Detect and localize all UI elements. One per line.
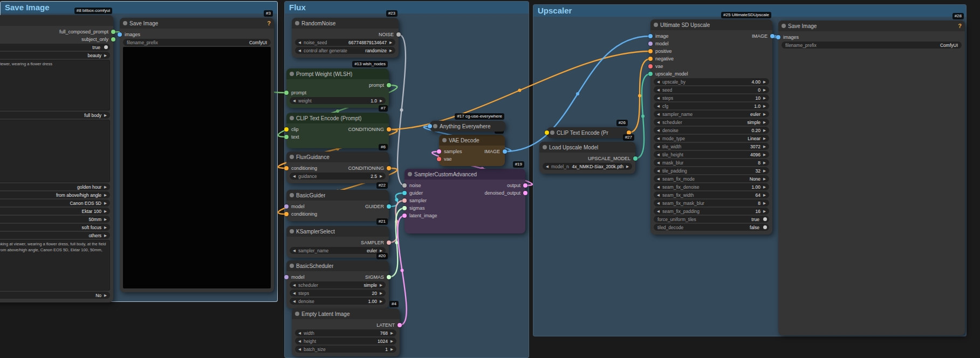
- node-titlebar[interactable]: Save Image?: [120, 18, 274, 29]
- decrement-arrow-icon[interactable]: ◀: [297, 331, 302, 335]
- output-port-image[interactable]: [770, 34, 775, 38]
- widget-stepper[interactable]: ◀cfg1.0▶: [654, 102, 769, 109]
- node-save-image[interactable]: #28Save Image?imagesfilename_prefixComfy…: [778, 20, 965, 335]
- increment-arrow-icon[interactable]: ▶: [103, 217, 108, 222]
- decrement-arrow-icon[interactable]: ◀: [297, 347, 302, 352]
- increment-arrow-icon[interactable]: ▶: [379, 299, 383, 304]
- node-titlebar[interactable]: Empty Latent Image: [292, 308, 400, 319]
- collapse-dot-icon[interactable]: [550, 130, 554, 135]
- decrement-arrow-icon[interactable]: ◀: [292, 99, 297, 103]
- collapse-dot-icon[interactable]: [123, 21, 127, 25]
- widget-stepper[interactable]: ◀width768▶: [295, 329, 396, 336]
- widget-text-field[interactable]: filename_prefixComfyUI: [782, 42, 962, 49]
- node-titlebar[interactable]: VAE Decode: [439, 135, 505, 146]
- increment-arrow-icon[interactable]: ▶: [389, 339, 394, 343]
- increment-arrow-icon[interactable]: ▶: [379, 291, 383, 295]
- node-basicguider[interactable]: #22BasicGuidermodelGUIDERconditioning: [286, 190, 389, 221]
- decrement-arrow-icon[interactable]: ◀: [297, 339, 302, 343]
- widget-stepper[interactable]: ◀denoise0.20▶: [654, 127, 769, 134]
- widget-stepper[interactable]: ◀weight1.0▶: [290, 97, 386, 104]
- node-titlebar[interactable]: PromptGeek Photo Prompt: [0, 15, 113, 26]
- node-randomnoise[interactable]: #23RandomNoiseNOISE◀noise_seed6677488791…: [292, 18, 399, 58]
- output-port-upscale-model[interactable]: [633, 156, 638, 161]
- node-titlebar[interactable]: Prompt Weight (WLSH): [286, 68, 389, 79]
- input-port-images[interactable]: [776, 35, 780, 39]
- input-port-guider[interactable]: [402, 191, 407, 195]
- node-empty-latent-image[interactable]: #4Empty Latent ImageLATENT◀width768▶◀hei…: [292, 308, 400, 356]
- widget-stepper[interactable]: ◀beauty▶: [0, 52, 110, 59]
- increment-arrow-icon[interactable]: ▶: [379, 283, 383, 287]
- input-port-samples[interactable]: [437, 149, 441, 154]
- widget-text-field[interactable]: filename_prefixComfyUI: [123, 39, 271, 46]
- widget-stepper[interactable]: ◀others▶: [0, 232, 110, 239]
- widget-stepper[interactable]: ◀seam_fix_mask_blur8▶: [654, 199, 769, 206]
- increment-arrow-icon[interactable]: ▶: [103, 225, 108, 230]
- widget-stepper[interactable]: ◀guidance2.5▶: [290, 173, 386, 180]
- node-titlebar[interactable]: KSamplerSelect: [286, 226, 389, 237]
- node-prompt-weight-wlsh[interactable]: #13 wlsh_nodesPrompt Weight (WLSH)prompt…: [286, 68, 389, 108]
- widget-stepper[interactable]: ◀tile_padding32▶: [654, 167, 769, 174]
- widget-stepper[interactable]: ◀mask_blur8▶: [654, 159, 769, 166]
- collapse-dot-icon[interactable]: [290, 229, 294, 233]
- widget-stepper[interactable]: ◀effectssoft focus▶: [0, 224, 110, 231]
- node-titlebar[interactable]: Ultimate SD Upscale: [650, 19, 772, 30]
- decrement-arrow-icon[interactable]: ◀: [656, 144, 661, 149]
- decrement-arrow-icon[interactable]: ◀: [292, 291, 297, 295]
- node-anything-everywhere[interactable]: #17 cg-use-everywhereAnything Everywhere: [430, 121, 505, 132]
- increment-arrow-icon[interactable]: ▶: [762, 128, 767, 133]
- node-ultimate-sd-upscale[interactable]: #25 UltimateSDUpscaleUltimate SD Upscale…: [650, 19, 772, 235]
- decrement-arrow-icon[interactable]: ◀: [656, 201, 661, 205]
- decrement-arrow-icon[interactable]: ◀: [656, 169, 661, 173]
- increment-arrow-icon[interactable]: ▶: [762, 193, 767, 197]
- input-port[interactable]: [428, 124, 432, 128]
- decrement-arrow-icon[interactable]: ◀: [297, 49, 302, 53]
- collapse-dot-icon[interactable]: [295, 21, 299, 25]
- collapse-dot-icon[interactable]: [408, 172, 412, 176]
- increment-arrow-icon[interactable]: ▶: [762, 136, 767, 141]
- node-samplercustomadvanced[interactable]: #19SamplerCustomAdvancednoiseoutputguide…: [405, 169, 525, 233]
- output-port-conditioning[interactable]: [387, 166, 391, 170]
- decrement-arrow-icon[interactable]: ◀: [656, 177, 661, 181]
- output-port-subject-only[interactable]: [111, 37, 115, 42]
- increment-arrow-icon[interactable]: ▶: [762, 96, 767, 100]
- input-port-prompt[interactable]: [284, 91, 289, 95]
- widget-stepper[interactable]: ◀seed0▶: [654, 86, 769, 93]
- output-port-image[interactable]: [503, 149, 507, 154]
- output-port-conditioning[interactable]: [387, 127, 391, 132]
- decrement-arrow-icon[interactable]: ◀: [656, 128, 661, 133]
- input-port-vae[interactable]: [648, 64, 653, 68]
- input-port-model[interactable]: [284, 275, 289, 279]
- increment-arrow-icon[interactable]: ▶: [379, 249, 383, 253]
- widget-stepper[interactable]: ◀height1024▶: [295, 338, 396, 345]
- output-port-denoised-output[interactable]: [523, 191, 527, 195]
- widget-stepper[interactable]: ◀control after generaterandomize▶: [295, 47, 395, 54]
- node-titlebar[interactable]: Anything Everywhere: [430, 121, 505, 132]
- decrement-arrow-icon[interactable]: ◀: [656, 96, 661, 100]
- toggle-knob-icon[interactable]: [104, 45, 108, 49]
- increment-arrow-icon[interactable]: ▶: [389, 331, 394, 335]
- help-icon[interactable]: ?: [958, 23, 962, 29]
- increment-arrow-icon[interactable]: ▶: [103, 209, 108, 214]
- widget-toggle[interactable]: force_uniform_tilestrue: [654, 216, 769, 223]
- toggle-knob-icon[interactable]: [763, 225, 767, 229]
- node-save-image[interactable]: #3Save Image?imagesfilename_prefixComfyU…: [120, 18, 274, 292]
- input-port-model[interactable]: [648, 42, 653, 46]
- node-clip-text-encode-prompt[interactable]: #7CLIP Text Encode (Prompt)clipCONDITION…: [286, 113, 389, 148]
- widget-stepper[interactable]: ◀50mm▶: [0, 216, 110, 223]
- decrement-arrow-icon[interactable]: ◀: [297, 40, 302, 45]
- widget-stepper[interactable]: ◀steps20▶: [290, 290, 386, 297]
- increment-arrow-icon[interactable]: ▶: [379, 99, 383, 103]
- node-titlebar[interactable]: SamplerCustomAdvanced: [405, 169, 525, 180]
- increment-arrow-icon[interactable]: ▶: [762, 209, 767, 214]
- node-titlebar[interactable]: Load Upscale Model: [539, 142, 635, 153]
- node-titlebar[interactable]: RandomNoise: [292, 18, 399, 29]
- node-titlebar[interactable]: Save Image?: [778, 20, 965, 31]
- node-titlebar[interactable]: CLIP Text Encode (Prompt): [286, 113, 389, 123]
- widget-stepper[interactable]: ◀seam_fix_modeNone▶: [654, 175, 769, 182]
- input-port-text[interactable]: [284, 135, 289, 139]
- decrement-arrow-icon[interactable]: ◀: [656, 104, 661, 108]
- widget-stepper[interactable]: ◀denoise1.00▶: [290, 298, 386, 305]
- help-icon[interactable]: ?: [267, 20, 271, 26]
- widget-toggle[interactable]: verbosetrue: [0, 44, 110, 51]
- node-titlebar[interactable]: CLIP Text Encode (Pr: [547, 127, 629, 138]
